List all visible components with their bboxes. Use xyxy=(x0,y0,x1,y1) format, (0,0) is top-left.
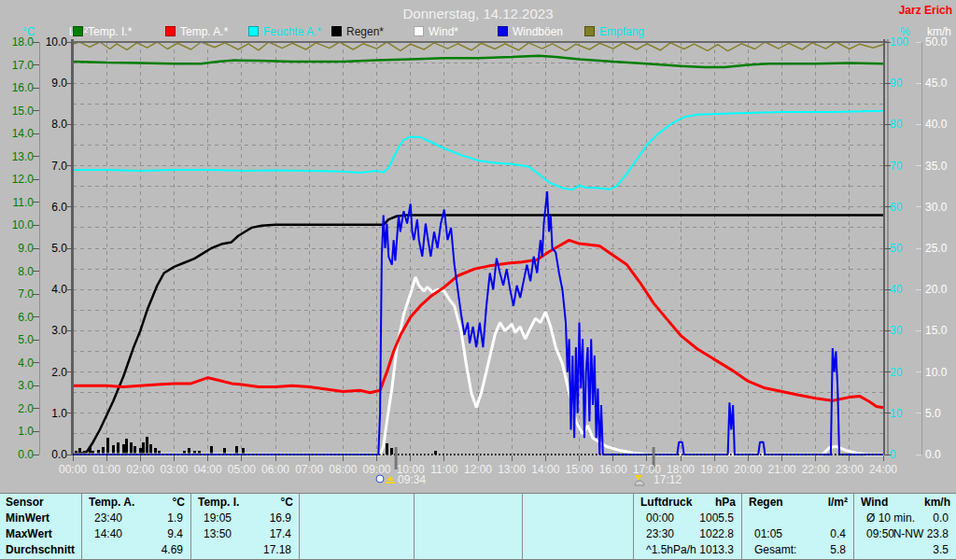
table-row-label: Durchschnitt xyxy=(6,543,78,556)
table-cell-value: 0.4 xyxy=(745,527,846,540)
table-row-label: Sensor xyxy=(6,496,78,509)
table-sensor-name: Regen xyxy=(749,496,805,509)
table-cell-value: 9.4 xyxy=(85,527,183,540)
table-column-separator xyxy=(81,494,82,559)
chart-plot xyxy=(0,0,956,560)
table-cell-value: 1013.3 xyxy=(637,543,734,556)
table-sensor-unit: hPa xyxy=(685,496,736,509)
table-cell-value: 1.9 xyxy=(85,511,183,525)
table-column-separator xyxy=(190,494,191,559)
grid xyxy=(73,42,883,455)
table-cell-value: 0.0 xyxy=(857,511,949,525)
table-cell-value: 5.8 xyxy=(745,543,846,556)
table-column-separator xyxy=(633,494,634,559)
table-sensor-unit: °C xyxy=(243,496,293,509)
sunset-icon xyxy=(633,473,652,486)
table-column-separator xyxy=(414,494,415,559)
sunrise-icon xyxy=(375,473,396,486)
statistics-table: SensorMinWertMaxWertDurchschnittTemp. A.… xyxy=(0,493,956,560)
sunset-marker: 17:12 xyxy=(633,473,682,486)
sunrise-time: 09:34 xyxy=(398,473,426,486)
plot-frame xyxy=(33,39,921,461)
table-cell-value: 1022.8 xyxy=(637,527,734,540)
table-row-label: MaxWert xyxy=(6,527,78,540)
hour-axis-tick: 24:00 xyxy=(863,463,904,476)
series-Temp. A. xyxy=(73,240,883,407)
sunrise-marker: 09:34 xyxy=(375,473,426,486)
table-cell-value: 17.4 xyxy=(194,527,291,540)
table-sensor-unit: km/h xyxy=(900,496,950,509)
table-cell-value: 16.9 xyxy=(194,511,291,525)
table-cell-value: 17.18 xyxy=(194,543,291,556)
table-cell-value: N-NW 23.8 xyxy=(857,527,949,540)
table-cell-value: 4.69 xyxy=(85,543,183,556)
table-column-separator xyxy=(741,494,742,559)
table-sensor-unit: °C xyxy=(134,496,185,509)
weather-station-window: Donnerstag, 14.12.2023 Jarz Erich °C l/m… xyxy=(0,0,956,560)
table-column-separator xyxy=(853,494,854,559)
table-column-separator xyxy=(299,494,300,559)
sunset-time: 17:12 xyxy=(654,473,682,486)
table-cell-value: 1005.5 xyxy=(637,511,734,525)
table-cell-value: 3.5 xyxy=(857,543,949,556)
table-column-separator xyxy=(522,494,523,559)
table-sensor-unit: l/m² xyxy=(797,496,848,509)
table-row-label: MinWert xyxy=(6,511,78,525)
